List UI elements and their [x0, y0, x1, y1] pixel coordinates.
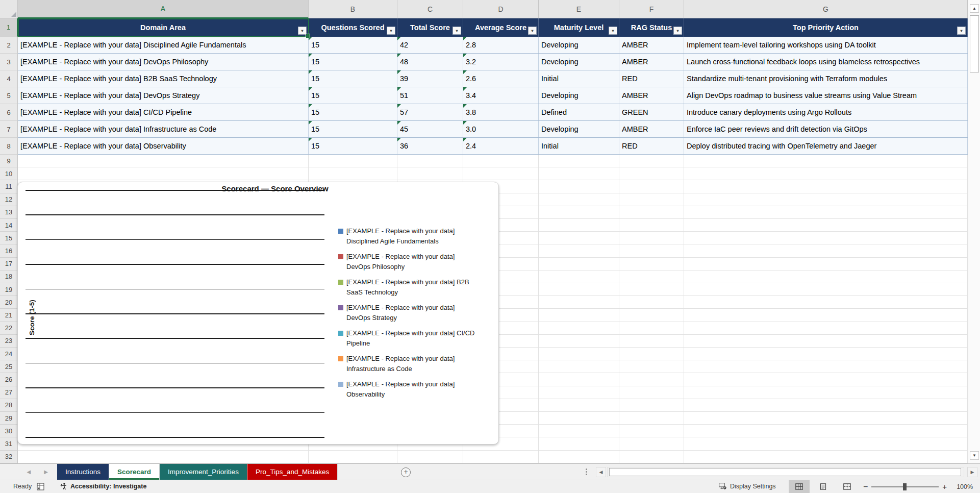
cell-G13[interactable] [684, 206, 968, 219]
cell-E23[interactable] [539, 335, 619, 348]
cell-F21[interactable] [619, 309, 684, 322]
column-header-C[interactable]: C [397, 0, 463, 18]
row-header-20[interactable]: 20 [0, 296, 18, 309]
cell-E15[interactable] [539, 232, 619, 244]
cell-A10[interactable] [18, 167, 309, 180]
cell-G29[interactable] [684, 412, 968, 425]
cell-G9[interactable] [684, 155, 968, 167]
sheet-tab-instructions[interactable]: Instructions [57, 464, 109, 480]
cell-F12[interactable] [619, 193, 684, 206]
filter-dropdown-icon[interactable]: ▾ [673, 27, 682, 35]
cell-F27[interactable] [619, 386, 684, 399]
cell-C10[interactable] [397, 167, 463, 180]
cell-G12[interactable] [684, 193, 968, 206]
cell-G2[interactable]: Implement team-level tailoring workshops… [684, 37, 968, 53]
cell-E22[interactable] [539, 322, 619, 335]
tab-scroll-right-icon[interactable]: ▶ [44, 469, 48, 475]
embedded-chart[interactable]: Scorecard — Score Overview Score (1-5) [… [17, 182, 499, 445]
cell-G8[interactable]: Deploy distributed tracing with OpenTele… [684, 138, 968, 154]
cell-F15[interactable] [619, 232, 684, 244]
cell-G5[interactable]: Align DevOps roadmap to business value s… [684, 87, 968, 104]
accessibility-status[interactable]: Accessibility: Investigate [60, 482, 146, 490]
cell-F18[interactable] [619, 270, 684, 283]
row-header-31[interactable]: 31 [0, 437, 18, 450]
cell-B10[interactable] [309, 167, 397, 180]
cell-B3[interactable]: 15 [309, 54, 397, 70]
row-header-22[interactable]: 22 [0, 322, 18, 335]
filter-dropdown-icon[interactable]: ▾ [453, 27, 461, 35]
row-header-3[interactable]: 3 [0, 54, 18, 70]
cell-G10[interactable] [684, 167, 968, 180]
filter-dropdown-icon[interactable]: ▾ [957, 27, 966, 35]
cell-F10[interactable] [619, 167, 684, 180]
vertical-scrollbar-thumb[interactable] [970, 15, 979, 72]
cell-F2[interactable]: AMBER [619, 37, 684, 53]
filter-dropdown-icon[interactable]: ▾ [528, 27, 537, 35]
cell-E2[interactable]: Developing [539, 37, 619, 53]
cell-G14[interactable] [684, 219, 968, 232]
cell-F11[interactable] [619, 180, 684, 193]
row-header-8[interactable]: 8 [0, 138, 18, 155]
cell-C8[interactable]: 36 [397, 138, 463, 154]
row-header-2[interactable]: 2 [0, 37, 18, 54]
cell-E10[interactable] [539, 167, 619, 180]
cell-B6[interactable]: 15 [309, 104, 397, 120]
zoom-slider[interactable] [871, 486, 939, 487]
cell-A5[interactable]: [EXAMPLE - Replace with your data] DevOp… [18, 87, 309, 104]
cell-E31[interactable] [539, 437, 619, 450]
row-header-13[interactable]: 13 [0, 206, 18, 219]
row-header-1[interactable]: 1 [0, 18, 18, 37]
cell-E24[interactable] [539, 348, 619, 360]
hscroll-left-icon[interactable]: ◀ [596, 467, 606, 477]
horizontal-scrollbar-thumb[interactable] [609, 468, 961, 476]
cell-G17[interactable] [684, 258, 968, 270]
row-header-15[interactable]: 15 [0, 232, 18, 244]
cell-F25[interactable] [619, 360, 684, 373]
select-all-icon[interactable] [0, 0, 18, 18]
cell-C2[interactable]: 42 [397, 37, 463, 53]
row-header-11[interactable]: 11 [0, 180, 18, 193]
tab-bar-splitter-icon[interactable] [586, 469, 587, 475]
cell-B4[interactable]: 15 [309, 70, 397, 87]
sheet-tab-scorecard[interactable]: Scorecard [109, 464, 160, 480]
cell-F4[interactable]: RED [619, 70, 684, 87]
cell-C6[interactable]: 57 [397, 104, 463, 120]
row-header-18[interactable]: 18 [0, 270, 18, 283]
row-header-9[interactable]: 9 [0, 155, 18, 167]
row-header-4[interactable]: 4 [0, 70, 18, 87]
cell-E4[interactable]: Initial [539, 70, 619, 87]
cell-F24[interactable] [619, 348, 684, 360]
zoom-in-button[interactable]: + [942, 482, 947, 491]
row-header-17[interactable]: 17 [0, 258, 18, 270]
column-header-B[interactable]: B [309, 0, 397, 18]
cell-G3[interactable]: Launch cross-functional feedback loops u… [684, 54, 968, 70]
cell-G26[interactable] [684, 373, 968, 386]
cell-B32[interactable] [309, 451, 397, 463]
cell-G25[interactable] [684, 360, 968, 373]
column-header-A[interactable]: A [18, 0, 309, 18]
sheet-tab-pro-tips-and-mistakes[interactable]: Pro_Tips_and_Mistakes [247, 464, 338, 480]
row-header-5[interactable]: 5 [0, 87, 18, 104]
cell-F30[interactable] [619, 425, 684, 437]
row-header-7[interactable]: 7 [0, 121, 18, 138]
cell-F19[interactable] [619, 283, 684, 296]
cell-G30[interactable] [684, 425, 968, 437]
cell-G27[interactable] [684, 386, 968, 399]
row-header-28[interactable]: 28 [0, 399, 18, 412]
row-header-23[interactable]: 23 [0, 335, 18, 348]
cell-F29[interactable] [619, 412, 684, 425]
cell-B2[interactable]: 15 [309, 37, 397, 53]
cell-G21[interactable] [684, 309, 968, 322]
cell-B8[interactable]: 15 [309, 138, 397, 154]
filter-dropdown-icon[interactable]: ▾ [298, 27, 307, 35]
cell-D8[interactable]: 2.4 [463, 138, 539, 154]
zoom-slider-thumb[interactable] [903, 483, 907, 490]
cell-E12[interactable] [539, 193, 619, 206]
cell-G19[interactable] [684, 283, 968, 296]
cell-D3[interactable]: 3.2 [463, 54, 539, 70]
display-settings-button[interactable]: Display Settings [718, 482, 776, 490]
cell-A6[interactable]: [EXAMPLE - Replace with your data] CI/CD… [18, 104, 309, 120]
cell-G20[interactable] [684, 296, 968, 309]
cell-F31[interactable] [619, 437, 684, 450]
cell-A3[interactable]: [EXAMPLE - Replace with your data] DevOp… [18, 54, 309, 70]
